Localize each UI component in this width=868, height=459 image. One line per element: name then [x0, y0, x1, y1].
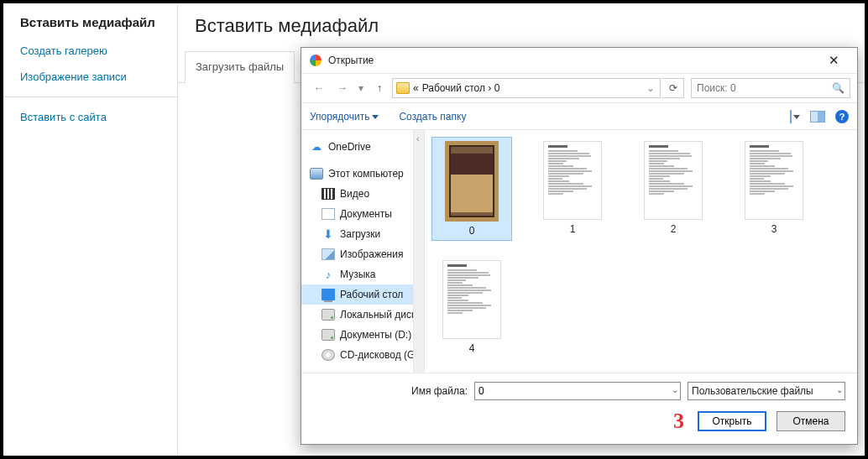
breadcrumb-path: Рабочий стол › 0	[422, 82, 641, 94]
cloud-icon: ☁	[310, 141, 323, 153]
annotation-number: 3	[673, 409, 684, 434]
music-icon: ♪	[322, 269, 335, 280]
link-featured-image[interactable]: Изображение записи	[20, 70, 160, 83]
new-folder-button[interactable]: Создать папку	[399, 111, 466, 123]
breadcrumb-prefix: «	[413, 82, 419, 94]
file-open-dialog: Открытие ✕ ← → ▾ ↑ « Рабочий стол › 0 ⌄ …	[301, 47, 858, 445]
filetype-value: Пользовательские файлы	[692, 385, 813, 397]
monitor-icon	[310, 168, 323, 180]
nav-tree: ☁OneDrive Этот компьютер Видео Документы…	[301, 130, 414, 373]
download-icon: ⬇	[322, 228, 335, 240]
chevron-down-icon	[793, 115, 800, 119]
search-input[interactable]	[697, 82, 832, 94]
file-item[interactable]: 0	[431, 137, 512, 241]
history-dropdown[interactable]: ▾	[355, 77, 367, 99]
organize-menu[interactable]: Упорядочить	[310, 111, 379, 123]
file-item[interactable]: 3	[734, 137, 814, 241]
back-button[interactable]: ←	[308, 77, 330, 99]
view-menu[interactable]	[790, 111, 800, 123]
link-create-gallery[interactable]: Создать галерею	[20, 44, 160, 57]
file-name: 2	[671, 223, 677, 235]
close-button[interactable]: ✕	[818, 48, 849, 73]
tree-this-pc[interactable]: Этот компьютер	[301, 164, 413, 184]
cancel-button[interactable]: Отмена	[776, 411, 845, 431]
file-grid: 01234	[425, 130, 857, 373]
thumbnail-page	[644, 141, 703, 220]
help-button[interactable]: ?	[835, 110, 849, 123]
thumbnail-page	[745, 141, 803, 220]
film-icon	[322, 188, 335, 200]
tree-documents[interactable]: Документы	[301, 204, 413, 224]
up-button[interactable]: ↑	[369, 77, 390, 99]
file-name: 0	[469, 225, 475, 237]
picture-icon	[322, 248, 335, 260]
search-icon: 🔍	[832, 82, 844, 94]
tree-desktop[interactable]: Рабочий стол	[301, 284, 413, 305]
tree-cd[interactable]: CD-дисковод (G:)	[301, 345, 413, 365]
chevron-down-icon: ⌄	[836, 385, 843, 394]
desktop-icon	[322, 289, 335, 300]
chevron-down-icon	[372, 115, 379, 119]
forward-button[interactable]: →	[332, 77, 353, 99]
filename-combo[interactable]: ⌄	[474, 382, 681, 400]
file-name: 3	[771, 223, 777, 235]
address-bar[interactable]: « Рабочий стол › 0 ⌄	[392, 78, 661, 98]
tree-local-disk[interactable]: Локальный диск	[301, 305, 413, 325]
media-sidebar: Вставить медиафайл Создать галерею Изобр…	[3, 3, 178, 456]
splitter-handle[interactable]	[414, 130, 425, 373]
dialog-title: Открытие	[328, 55, 374, 66]
dialog-navbar: ← → ▾ ↑ « Рабочий стол › 0 ⌄ ⟳ 🔍	[301, 73, 857, 103]
dialog-footer: Имя файла: ⌄ Пользовательские файлы ⌄ 3 …	[301, 373, 857, 444]
tree-pictures[interactable]: Изображения	[301, 244, 413, 264]
folder-icon	[396, 82, 410, 94]
thumbnail-page	[442, 260, 501, 339]
media-main-title: Вставить медиафайл	[178, 3, 865, 50]
media-sidebar-title: Вставить медиафайл	[20, 15, 160, 29]
preview-pane-button[interactable]	[810, 111, 825, 123]
thumbnail-page	[543, 141, 602, 220]
tree-onedrive[interactable]: ☁OneDrive	[301, 137, 413, 157]
drive-icon	[322, 329, 335, 341]
chrome-icon	[310, 55, 322, 66]
tree-videos[interactable]: Видео	[301, 184, 413, 204]
tab-upload-files[interactable]: Загрузить файлы	[185, 51, 295, 83]
search-box[interactable]: 🔍	[691, 78, 850, 98]
file-item[interactable]: 4	[431, 256, 512, 358]
tree-docs-d[interactable]: Документы (D:)	[301, 325, 413, 345]
drive-icon	[322, 309, 335, 321]
tree-music[interactable]: ♪Музыка	[301, 264, 413, 284]
cd-icon	[322, 349, 335, 361]
tree-downloads[interactable]: ⬇Загрузки	[301, 224, 413, 244]
open-button[interactable]: Открыть	[698, 411, 766, 431]
file-item[interactable]: 2	[633, 137, 714, 241]
thumbnail-painting	[445, 141, 499, 222]
file-name: 4	[469, 342, 475, 354]
filename-input[interactable]	[478, 383, 677, 399]
address-dropdown-icon[interactable]: ⌄	[645, 78, 656, 98]
document-icon	[322, 208, 335, 220]
filetype-combo[interactable]: Пользовательские файлы ⌄	[688, 382, 845, 400]
dialog-toolbar: Упорядочить Создать папку ?	[301, 103, 857, 130]
link-insert-from-url[interactable]: Вставить с сайта	[20, 111, 160, 123]
file-item[interactable]: 1	[532, 137, 613, 241]
filename-label: Имя файла:	[411, 385, 468, 397]
file-name: 1	[570, 223, 576, 235]
dialog-body: ☁OneDrive Этот компьютер Видео Документы…	[301, 130, 857, 373]
refresh-button[interactable]: ⟳	[662, 78, 684, 98]
dialog-titlebar: Открытие ✕	[301, 48, 857, 73]
view-icon	[790, 110, 792, 123]
